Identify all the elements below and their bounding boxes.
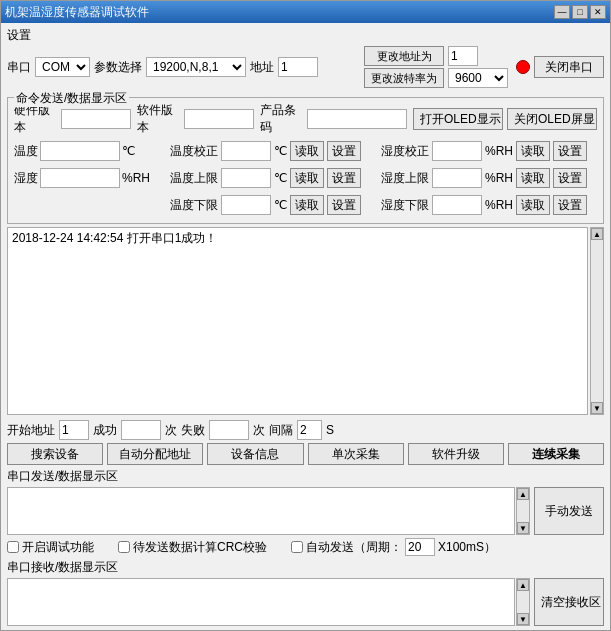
auto-send-interval-input[interactable]: 20 — [405, 538, 435, 556]
settings-row: 串口 COM1COM2COM3 参数选择 19200,N,8,19600,N,8… — [7, 46, 604, 88]
calib-0-right-set[interactable]: 设置 — [553, 141, 587, 161]
recv-area-row: ▲ ▼ 清空接收区 — [7, 578, 604, 626]
crc-label: 待发送数据计算CRC校验 — [133, 539, 267, 556]
recv-scrollbar[interactable]: ▲ ▼ — [516, 578, 530, 626]
hw-version-input[interactable] — [61, 109, 131, 129]
calib-0-right-unit: %RH — [485, 144, 513, 158]
address-input[interactable]: 1 — [278, 57, 318, 77]
serial-send-section: 串口发送/数据显示区 ▲ ▼ 手动发送 开启调试功能 — [7, 468, 604, 556]
calib-1-left-unit: ℃ — [274, 171, 287, 185]
device-info-button[interactable]: 设备信息 — [207, 443, 303, 465]
manual-send-button[interactable]: 手动发送 — [534, 487, 604, 535]
recv-scroll-down[interactable]: ▼ — [517, 613, 529, 625]
calib-0-right-input[interactable] — [432, 141, 482, 161]
crc-checkbox-row: 待发送数据计算CRC校验 — [118, 539, 267, 556]
calib-0-right-label: 湿度校正 — [381, 143, 429, 160]
humi-label: 湿度 — [14, 170, 38, 187]
calib-1-right-set[interactable]: 设置 — [553, 168, 587, 188]
temp-value-input[interactable] — [40, 141, 120, 161]
calib-2-right-read[interactable]: 读取 — [516, 195, 550, 215]
serial-recv-title: 串口接收/数据显示区 — [7, 559, 604, 576]
upgrade-button[interactable]: 软件升级 — [408, 443, 504, 465]
open-oled-button[interactable]: 打开OLED显示 — [413, 108, 503, 130]
restore-button[interactable]: □ — [572, 5, 588, 19]
debug-checkbox[interactable] — [7, 541, 19, 553]
log-scroll-up[interactable]: ▲ — [591, 228, 603, 240]
search-device-button[interactable]: 搜索设备 — [7, 443, 103, 465]
close-oled-button[interactable]: 关闭OLED屏显 — [507, 108, 597, 130]
change-address-button[interactable]: 更改地址为 — [364, 46, 444, 66]
calib-0-right-read[interactable]: 读取 — [516, 141, 550, 161]
clear-recv-button[interactable]: 清空接收区 — [534, 578, 604, 626]
recv-textarea[interactable] — [7, 578, 515, 626]
send-scroll-down[interactable]: ▼ — [517, 522, 529, 534]
calib-2-left-set[interactable]: 设置 — [327, 195, 361, 215]
send-area-row: ▲ ▼ 手动发送 — [7, 487, 604, 535]
success-value-input[interactable] — [121, 420, 161, 440]
calib-1-right-unit: %RH — [485, 171, 513, 185]
port-label: 串口 — [7, 59, 31, 76]
start-addr-input[interactable]: 1 — [59, 420, 89, 440]
window-title: 机架温湿度传感器调试软件 — [5, 4, 149, 21]
serial-recv-section: 串口接收/数据显示区 ▲ ▼ 清空接收区 — [7, 559, 604, 626]
continuous-collect-button[interactable]: 连续采集 — [508, 443, 604, 465]
auto-send-checkbox[interactable] — [291, 541, 303, 553]
fail-unit: 次 — [253, 422, 265, 439]
calib-row-0-right: 湿度校正 %RH 读取 设置 — [381, 141, 587, 161]
baud-select[interactable]: 96001920038400 — [448, 68, 508, 88]
close-button[interactable]: ✕ — [590, 5, 606, 19]
send-scroll-up[interactable]: ▲ — [517, 488, 529, 500]
product-sn-input[interactable] — [307, 109, 407, 129]
send-scroll-track — [517, 500, 529, 522]
port-select[interactable]: COM1COM2COM3 — [35, 57, 90, 77]
log-scroll-track — [591, 240, 603, 402]
calib-0-left-input[interactable] — [221, 141, 271, 161]
product-sn-label: 产品条码 — [260, 102, 301, 136]
main-window: 机架温湿度传感器调试软件 — □ ✕ 设置 串口 COM1COM2COM3 参数… — [0, 0, 611, 631]
settings-section: 设置 串口 COM1COM2COM3 参数选择 19200,N,8,19600,… — [7, 27, 604, 88]
minimize-button[interactable]: — — [554, 5, 570, 19]
humi-value-input[interactable] — [40, 168, 120, 188]
serial-send-title: 串口发送/数据显示区 — [7, 468, 604, 485]
temp-display-row: 温度 ℃ — [14, 141, 150, 161]
change-baud-button[interactable]: 更改波特率为 — [364, 68, 444, 88]
settings-label: 设置 — [7, 27, 604, 44]
change-address-input[interactable]: 1 — [448, 46, 478, 66]
calib-1-left-input[interactable] — [221, 168, 271, 188]
close-port-button[interactable]: 关闭串口 — [534, 56, 604, 78]
left-display: 温度 ℃ 湿度 %RH — [14, 139, 150, 217]
info-row: 硬件版本 软件版本 产品条码 打开OLED显示 关闭OLED屏显 — [14, 102, 597, 136]
right-controls: 更改地址为 1 更改波特率为 96001920038400 — [364, 46, 508, 88]
temp-unit: ℃ — [122, 144, 135, 158]
calib-left: 温度校正 ℃ 读取 设置 温度上限 ℃ 读取 设置 温度下限 — [170, 139, 361, 217]
auto-send-unit: X100mS） — [438, 539, 496, 556]
fail-value-input[interactable] — [209, 420, 249, 440]
calib-2-right-set[interactable]: 设置 — [553, 195, 587, 215]
crc-checkbox[interactable] — [118, 541, 130, 553]
calib-0-left-read[interactable]: 读取 — [290, 141, 324, 161]
single-collect-button[interactable]: 单次采集 — [308, 443, 404, 465]
calib-2-right-input[interactable] — [432, 195, 482, 215]
change-baud-row: 更改波特率为 96001920038400 — [364, 68, 508, 88]
calib-2-left-read[interactable]: 读取 — [290, 195, 324, 215]
calib-2-left-input[interactable] — [221, 195, 271, 215]
calib-1-left-set[interactable]: 设置 — [327, 168, 361, 188]
command-group-title: 命令发送/数据显示区 — [14, 90, 129, 107]
auto-assign-button[interactable]: 自动分配地址 — [107, 443, 203, 465]
calib-1-right-input[interactable] — [432, 168, 482, 188]
params-select[interactable]: 19200,N,8,19600,N,8,138400,N,8,1 — [146, 57, 246, 77]
sw-version-input[interactable] — [184, 109, 254, 129]
send-scrollbar[interactable]: ▲ ▼ — [516, 487, 530, 535]
calib-row-2-right: 湿度下限 %RH 读取 设置 — [381, 195, 587, 215]
calib-1-right-read[interactable]: 读取 — [516, 168, 550, 188]
interval-input[interactable]: 2 — [297, 420, 322, 440]
calib-0-left-set[interactable]: 设置 — [327, 141, 361, 161]
calib-2-left-label: 温度下限 — [170, 197, 218, 214]
log-scrollbar[interactable]: ▲ ▼ — [590, 227, 604, 415]
calib-2-left-unit: ℃ — [274, 198, 287, 212]
recv-scroll-up[interactable]: ▲ — [517, 579, 529, 591]
calib-2-right-label: 湿度下限 — [381, 197, 429, 214]
calib-1-left-read[interactable]: 读取 — [290, 168, 324, 188]
send-textarea[interactable] — [7, 487, 515, 535]
log-scroll-down[interactable]: ▼ — [591, 402, 603, 414]
